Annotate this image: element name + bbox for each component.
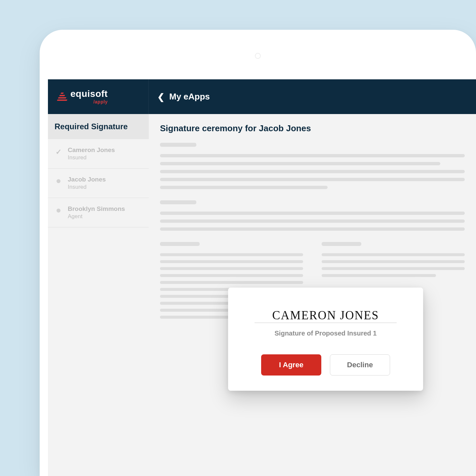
- sidebar: Required Signature ✓ Cameron Jones Insur…: [48, 114, 149, 476]
- signer-text: Cameron Jones Insured: [68, 146, 115, 161]
- brand-text-wrap: equisoft /apply: [70, 89, 108, 104]
- signature-actions: I Agree Decline: [246, 354, 405, 376]
- chevron-left-icon[interactable]: ❮: [157, 93, 165, 101]
- signer-text: Jacob Jones Insured: [68, 176, 106, 190]
- section-title: Signature ceremony for Jacob Jones: [160, 123, 465, 134]
- brand-name: equisoft: [70, 89, 108, 99]
- signature-modal: CAMERON JONES Signature of Proposed Insu…: [228, 288, 423, 391]
- top-bar: equisoft /apply ❮ My eApps: [48, 79, 476, 114]
- brand-area: equisoft /apply: [48, 79, 149, 114]
- device-camera: [255, 53, 261, 59]
- tablet-device-frame: equisoft /apply ❮ My eApps Required Sign…: [40, 30, 476, 476]
- signature-pad[interactable]: CAMERON JONES: [255, 308, 397, 323]
- signer-name: Cameron Jones: [68, 146, 115, 154]
- status-pending-icon: [55, 205, 62, 213]
- agree-button[interactable]: I Agree: [261, 354, 321, 376]
- brand-product: /apply: [70, 99, 108, 104]
- signer-name: Jacob Jones: [68, 176, 106, 183]
- signer-text: Brooklyn Simmons Agent: [68, 205, 125, 220]
- page-title[interactable]: My eApps: [169, 92, 210, 102]
- signer-item-cameron[interactable]: ✓ Cameron Jones Insured: [48, 139, 149, 169]
- document-body-block-2: [160, 200, 465, 231]
- signer-role: Insured: [68, 184, 106, 190]
- brand-logo-icon: [57, 92, 67, 102]
- title-bar[interactable]: ❮ My eApps: [149, 79, 476, 114]
- signature-caption: Signature of Proposed Insured 1: [246, 330, 405, 337]
- brand: equisoft /apply: [57, 89, 108, 104]
- signature-scribble: CAMERON JONES: [256, 308, 395, 322]
- signer-item-jacob[interactable]: Jacob Jones Insured: [48, 169, 149, 198]
- status-done-icon: ✓: [55, 146, 62, 156]
- signer-role: Insured: [68, 154, 115, 161]
- status-pending-icon: [55, 176, 62, 183]
- signer-item-brooklyn[interactable]: Brooklyn Simmons Agent: [48, 198, 149, 227]
- signer-role: Agent: [68, 213, 125, 220]
- decline-button[interactable]: Decline: [330, 354, 390, 376]
- signer-name: Brooklyn Simmons: [68, 205, 125, 213]
- sidebar-title: Required Signature: [48, 114, 149, 139]
- app-screen: equisoft /apply ❮ My eApps Required Sign…: [48, 79, 476, 476]
- document-body-block-1: [160, 143, 465, 189]
